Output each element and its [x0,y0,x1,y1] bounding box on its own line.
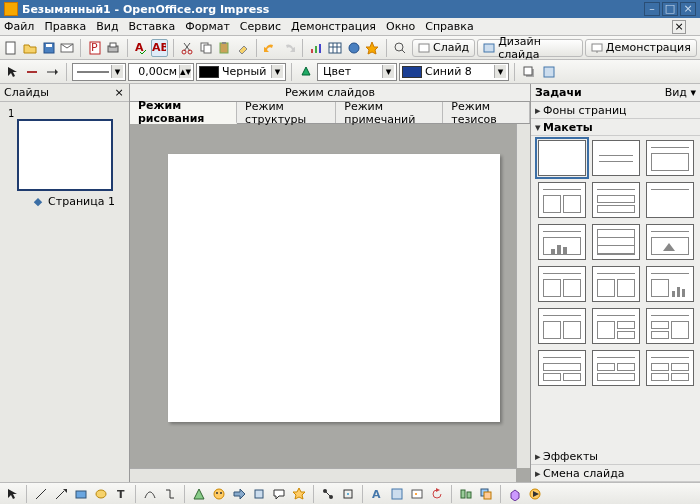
arrow-tool-button[interactable] [3,63,21,81]
close-window-button[interactable]: × [680,2,696,16]
menu-help[interactable]: Справка [425,20,473,33]
layout-title-only[interactable] [646,182,694,218]
table-button[interactable] [327,39,344,57]
slides-panel-close-button[interactable]: × [113,87,125,99]
glue-points-button[interactable] [339,485,357,503]
slide-design-button[interactable]: Дизайн слайда [477,39,583,57]
menu-window[interactable]: Окно [386,20,415,33]
layout-17[interactable] [592,350,640,386]
from-file-button[interactable] [388,485,406,503]
menu-insert[interactable]: Вставка [129,20,176,33]
layout-title[interactable] [592,140,640,176]
line-color-combo[interactable]: Черный▾ [196,63,286,81]
fill-color-combo[interactable]: Синий 8▾ [399,63,509,81]
document-close-button[interactable]: × [672,20,686,34]
run-show-button[interactable]: Демонстрация [585,39,697,57]
undo-button[interactable] [262,39,279,57]
open-button[interactable] [22,39,39,57]
extrusion-button[interactable] [506,485,524,503]
print-button[interactable] [105,39,122,57]
slide-canvas[interactable] [168,154,500,422]
email-button[interactable] [59,39,76,57]
rotate-button[interactable] [428,485,446,503]
navigator-button[interactable] [364,39,381,57]
points-edit-button[interactable] [319,485,337,503]
layout-chart-text[interactable] [646,266,694,302]
hyperlink-button[interactable] [345,39,362,57]
menu-edit[interactable]: Правка [44,20,86,33]
tab-handout[interactable]: Режим тезисов [443,102,530,123]
redo-button[interactable] [281,39,298,57]
layout-13[interactable] [538,308,586,344]
area-style-button[interactable] [297,63,315,81]
chart-button[interactable] [308,39,325,57]
autospell-button[interactable]: ABC [151,39,168,57]
fontwork-button[interactable]: A [368,485,386,503]
flowchart-button[interactable] [250,485,268,503]
menu-file[interactable]: Файл [4,20,34,33]
layout-clipart[interactable] [646,224,694,260]
line-style-button[interactable] [23,63,41,81]
section-transition[interactable]: ▸Смена слайда [531,465,700,481]
cut-button[interactable] [179,39,196,57]
new-doc-button[interactable] [3,39,20,57]
save-button[interactable] [40,39,57,57]
interaction-button[interactable] [526,485,544,503]
task-view-button[interactable]: Вид ▾ [665,86,696,99]
layout-chart[interactable] [538,224,586,260]
layout-title-content[interactable] [646,140,694,176]
layout-text-chart[interactable] [538,266,586,302]
tab-notes[interactable]: Режим примечаний [336,102,443,123]
maximize-button[interactable]: □ [662,2,678,16]
layout-16[interactable] [538,350,586,386]
minimize-button[interactable]: – [644,2,660,16]
export-pdf-button[interactable]: P [86,39,103,57]
zoom-button[interactable] [391,39,408,57]
tab-outline[interactable]: Режим структуры [237,102,336,123]
menu-slideshow[interactable]: Демонстрация [291,20,376,33]
layout-four[interactable] [646,350,694,386]
arrange-button[interactable] [477,485,495,503]
rect-tool-button[interactable] [72,485,90,503]
line-tool-button[interactable] [32,485,50,503]
canvas-area[interactable] [130,124,530,482]
gallery-button[interactable] [408,485,426,503]
layout-two-content[interactable] [538,182,586,218]
connector-tool-button[interactable] [161,485,179,503]
section-master-pages[interactable]: ▸Фоны страниц [531,102,700,118]
arrow-line-tool-button[interactable] [52,485,70,503]
arrow-style-button[interactable] [43,63,61,81]
menu-view[interactable]: Вид [96,20,118,33]
line-dash-combo[interactable]: ▾ [72,63,126,81]
line-width-combo[interactable]: 0,00см▴▾ [128,63,194,81]
section-layouts[interactable]: ▾Макеты [531,119,700,135]
insert-slide-button[interactable]: Слайд [412,39,475,57]
menu-format[interactable]: Формат [185,20,230,33]
fill-type-combo[interactable]: Цвет▾ [317,63,397,81]
section-effects[interactable]: ▸Эффекты [531,448,700,464]
layout-15[interactable] [646,308,694,344]
horizontal-scrollbar[interactable] [130,468,516,482]
block-arrows-button[interactable] [230,485,248,503]
select-tool-button[interactable] [3,485,21,503]
layout-content-over[interactable] [592,182,640,218]
shadow-button[interactable] [520,63,538,81]
spellcheck-button[interactable]: A [132,39,149,57]
copy-button[interactable] [197,39,214,57]
basic-shapes-button[interactable] [190,485,208,503]
menu-tools[interactable]: Сервис [240,20,281,33]
ellipse-tool-button[interactable] [92,485,110,503]
layout-spreadsheet[interactable] [592,224,640,260]
layout-text-clipart[interactable] [592,266,640,302]
stars-button[interactable] [290,485,308,503]
align-button[interactable] [457,485,475,503]
paste-button[interactable] [216,39,233,57]
symbol-shapes-button[interactable] [210,485,228,503]
text-tool-button[interactable]: T [112,485,130,503]
tab-drawing[interactable]: Режим рисования [130,102,237,124]
extra-button[interactable] [540,63,558,81]
layout-14[interactable] [592,308,640,344]
curve-tool-button[interactable] [141,485,159,503]
slide-thumbnail-1[interactable] [17,119,113,191]
vertical-scrollbar[interactable] [516,124,530,468]
